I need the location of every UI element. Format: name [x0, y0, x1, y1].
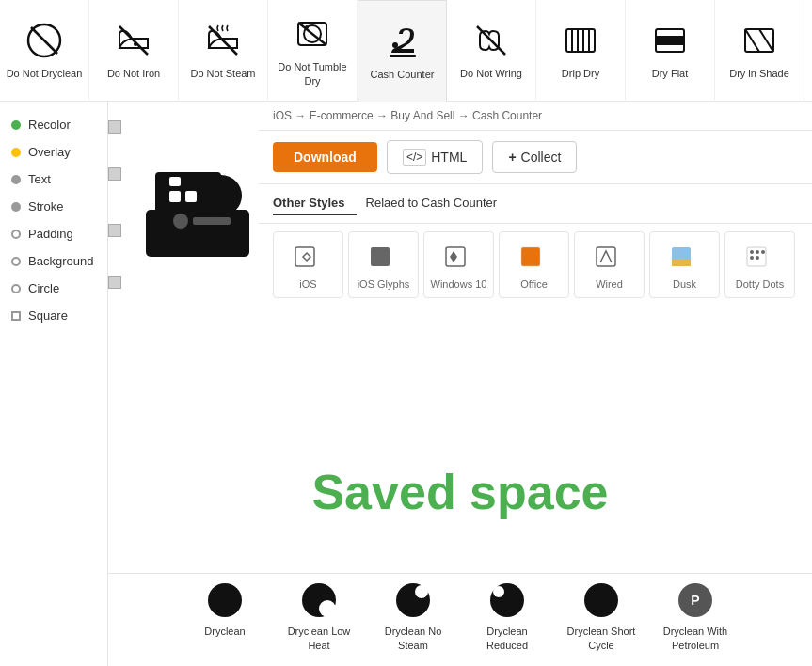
bottom-dryclean[interactable]: Dryclean — [183, 583, 267, 652]
icon-do-not-wring[interactable]: Do Not Wring — [447, 0, 536, 102]
ios-style-icon — [292, 240, 326, 274]
dryclean-no-steam-circle-icon — [396, 583, 430, 617]
svg-rect-26 — [185, 191, 197, 202]
low-heat-indicator — [319, 600, 336, 617]
ios-label: iOS — [299, 278, 316, 290]
do-not-dryclean-label: Do Not Dryclean — [7, 67, 83, 80]
style-ios[interactable]: iOS — [273, 231, 343, 298]
overlay-label: Overlay — [28, 145, 71, 159]
icon-dry-in-shade[interactable]: Dry in Shade — [715, 0, 804, 102]
resize-handle-lower-left[interactable] — [108, 276, 121, 289]
svg-rect-33 — [521, 247, 540, 266]
dryclean-no-steam-label: Dryclean No Steam — [371, 625, 455, 652]
recolor-label: Recolor — [28, 118, 71, 132]
resize-handle-mid-left[interactable] — [108, 167, 121, 181]
sidebar-item-text[interactable]: Text — [0, 166, 107, 193]
style-icons-grid: iOS iOS Glyphs Windows 10 — [259, 224, 812, 306]
plus-icon: + — [508, 150, 516, 165]
action-row: Download </> HTML + Collect — [259, 131, 812, 184]
svg-point-39 — [756, 250, 759, 254]
sidebar-item-padding[interactable]: Padding — [0, 220, 107, 247]
dry-flat-icon — [651, 22, 689, 59]
other-styles-tab[interactable]: Other Styles — [273, 192, 357, 215]
resize-handle-bottom-left[interactable] — [108, 224, 121, 237]
bottom-dryclean-reduced[interactable]: Dryclean Reduced — [465, 583, 549, 652]
bottom-icons-row: Dryclean Dryclean Low Heat Dryclean No S… — [108, 573, 812, 666]
svg-point-28 — [173, 214, 188, 229]
related-tab[interactable]: Relaed to Cash Counter — [366, 192, 508, 215]
svg-point-38 — [750, 250, 754, 254]
icon-dry-flat[interactable]: Dry Flat — [626, 0, 715, 102]
content-area: iOS → E-commerce → Buy And Sell → Cash C… — [108, 102, 812, 666]
dryclean-short-cycle-circle-icon — [584, 583, 618, 617]
office-style-icon — [517, 240, 551, 274]
page-wrapper: Do Not Dryclean Do Not Iron Do Not Steam — [0, 0, 812, 666]
sidebar-item-recolor[interactable]: Recolor — [0, 111, 107, 138]
square-icon — [11, 311, 21, 321]
cash-counter-label: Cash Counter — [371, 68, 435, 81]
no-steam-indicator — [415, 585, 428, 598]
collect-button[interactable]: + Collect — [492, 141, 577, 173]
text-label: Text — [28, 172, 51, 186]
bottom-dryclean-no-steam[interactable]: Dryclean No Steam — [371, 583, 455, 652]
icon-do-not-tumble-dry[interactable]: Do Not Tumble Dry — [268, 0, 358, 102]
svg-line-1 — [31, 27, 57, 54]
svg-point-41 — [750, 256, 754, 260]
do-not-wring-icon — [472, 22, 510, 59]
icon-cash-counter[interactable]: Cash Counter — [358, 0, 447, 102]
style-ios-glyphs[interactable]: iOS Glyphs — [348, 231, 419, 298]
svg-rect-19 — [745, 29, 773, 52]
office-label: Office — [520, 278, 548, 290]
style-office[interactable]: Office — [499, 231, 569, 298]
bottom-dryclean-with-petroleum[interactable]: P Dryclean With Petroleum — [653, 583, 738, 652]
dryclean-circle-icon — [208, 583, 242, 617]
drip-dry-label: Drip Dry — [562, 67, 599, 80]
windows-style-icon — [442, 240, 476, 274]
html-button[interactable]: </> HTML — [387, 140, 483, 174]
resize-handle-top-left[interactable] — [108, 120, 121, 134]
style-windows[interactable]: Windows 10 — [423, 231, 494, 298]
html-label: HTML — [431, 150, 467, 165]
bottom-dryclean-short-cycle[interactable]: Dryclean Short Cycle — [559, 583, 644, 652]
do-not-iron-icon — [115, 22, 152, 59]
circle-dot — [11, 284, 21, 293]
square-label: Square — [28, 309, 68, 323]
style-wired[interactable]: Wired — [574, 231, 645, 298]
svg-line-21 — [759, 29, 773, 52]
saved-space-title: Saved space — [311, 465, 608, 519]
svg-rect-31 — [371, 247, 390, 266]
reduced-indicator — [493, 586, 504, 597]
sidebar-item-background[interactable]: Background — [0, 247, 107, 275]
style-dusk[interactable]: Dusk — [649, 231, 720, 298]
bottom-dryclean-low-heat[interactable]: Dryclean Low Heat — [277, 583, 361, 652]
dryclean-reduced-label: Dryclean Reduced — [465, 625, 549, 652]
collect-label: Collect — [521, 150, 562, 165]
icon-do-not-steam[interactable]: Do Not Steam — [179, 0, 268, 102]
top-icon-bar: Do Not Dryclean Do Not Iron Do Not Steam — [0, 0, 812, 102]
dusk-label: Dusk — [673, 278, 696, 290]
download-button[interactable]: Download — [273, 142, 377, 172]
icon-drip-dry[interactable]: Drip Dry — [536, 0, 626, 102]
dryclean-petroleum-circle-icon: P — [678, 583, 712, 617]
icon-do-not-iron[interactable]: Do Not Iron — [89, 0, 179, 102]
do-not-iron-label: Do Not Iron — [107, 67, 160, 80]
svg-rect-27 — [169, 177, 181, 186]
do-not-steam-icon — [204, 22, 242, 59]
ios-glyphs-style-icon — [367, 240, 401, 274]
dryclean-petroleum-label: Dryclean With Petroleum — [653, 625, 738, 652]
padding-dot — [11, 230, 21, 239]
windows-label: Windows 10 — [431, 278, 487, 290]
icon-do-not-dryclean[interactable]: Do Not Dryclean — [0, 0, 89, 102]
sidebar-item-stroke[interactable]: Stroke — [0, 193, 107, 220]
sidebar-item-square[interactable]: Square — [0, 302, 107, 329]
sidebar-item-circle[interactable]: Circle — [0, 275, 107, 302]
style-dotty-dots[interactable]: Dotty Dots — [724, 231, 795, 298]
dry-in-shade-label: Dry in Shade — [729, 67, 789, 80]
svg-rect-10 — [390, 55, 416, 57]
dryclean-label: Dryclean — [204, 625, 245, 638]
do-not-tumble-dry-icon — [294, 15, 331, 53]
svg-point-40 — [761, 250, 765, 254]
svg-line-20 — [745, 29, 759, 52]
sidebar-item-overlay[interactable]: Overlay — [0, 138, 107, 166]
dryclean-reduced-circle-icon — [490, 583, 524, 617]
